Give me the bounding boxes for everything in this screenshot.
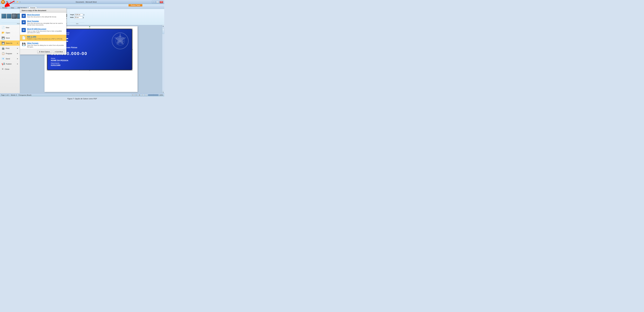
sidebar-item-prepare[interactable]: 📋 Prepare <box>0 51 20 56</box>
pic-style-1[interactable] <box>1 14 6 18</box>
new-doc-icon: 📄 <box>2 26 5 29</box>
svg-point-5 <box>120 36 120 37</box>
width-spinners: ▲ ▼ <box>83 16 84 18</box>
menu-item-pdf-xps[interactable]: 📄 PDF or XPS Publish a copy of the docum… <box>20 35 66 41</box>
print-icon: 🖨️ <box>2 47 5 50</box>
title-bar: W 💾 ↩ ↪ 📂 ▾ Document1 - Microsoft Word ─… <box>0 0 164 4</box>
sidebar-item-open[interactable]: 📂 Open <box>0 30 20 35</box>
svg-point-6 <box>122 38 123 38</box>
word-template-title: Word Template <box>27 20 64 22</box>
status-right: ⊡ ⊟ ⊞ ≡ ◻ 100% <box>132 94 163 96</box>
vertical-scrollbar: ▲ ▼ <box>162 25 164 93</box>
width-input[interactable] <box>74 16 82 19</box>
height-row: Height: ▲ ▼ <box>70 13 84 16</box>
height-spinners: ▲ ▼ <box>83 14 84 16</box>
sidebar-item-save[interactable]: 💾 Save <box>0 35 20 40</box>
word-97-icon: W <box>22 28 26 32</box>
menu-item-word-97[interactable]: W Word 97-2003 Document Save a copy of t… <box>20 27 66 35</box>
other-formats-icon: 💾 <box>22 42 26 46</box>
dropdown-header: Save a copy of the document <box>20 8 66 13</box>
sidebar-item-print[interactable]: 🖨️ Print <box>0 46 20 51</box>
web-layout-btn[interactable]: ⊞ <box>138 94 141 96</box>
word-doc-title: Word Document <box>27 14 64 16</box>
exit-word-btn[interactable]: ✕ Exit Word <box>53 50 64 53</box>
window-title: Document1 - Microsoft Word <box>20 1 152 3</box>
sidebar: 📄 New 📂 Open 💾 Save 💾 Save As 🖨️ Print 📋 <box>0 25 20 93</box>
cpf-nascimento-label: Nascimento <box>51 62 128 64</box>
sidebar-item-save-as[interactable]: 💾 Save As <box>0 40 20 46</box>
cpf-nome-label: Nome <box>51 57 128 59</box>
word-template-desc: Save the document as a template that can… <box>27 22 64 26</box>
minimize-btn[interactable]: ─ <box>152 1 156 3</box>
ribbon-group-size: Height: ▲ ▼ Width: ▲ ▼ <box>69 9 85 25</box>
pdf-desc: Publish a copy of the document as a PDF … <box>27 38 64 40</box>
dropdown-menu: Save a copy of the document W Word Docum… <box>20 8 66 54</box>
pic-style-2[interactable] <box>6 14 12 18</box>
pdf-title: PDF or XPS <box>27 36 64 38</box>
sidebar-item-send[interactable]: 📧 Send <box>0 56 20 61</box>
menu-item-word-doc[interactable]: W Word Document Save the document in the… <box>20 13 66 19</box>
sidebar-item-publish[interactable]: 📢 Publish <box>0 61 20 66</box>
cpf-seal-svg <box>111 32 129 50</box>
ribbon-upper: Picture Tools <box>0 4 164 6</box>
word-options-btn[interactable]: ⚙ Word Options <box>37 50 52 53</box>
title-bar-left: W 💾 ↩ ↪ 📂 ▾ <box>1 0 20 4</box>
save-quick-btn[interactable]: 💾 <box>6 1 8 3</box>
open-btn[interactable]: 📂 <box>16 1 19 3</box>
svg-point-10 <box>116 42 117 43</box>
scroll-thumb[interactable] <box>162 28 164 34</box>
office-button[interactable]: W <box>1 0 5 4</box>
word-template-icon: W <box>22 20 26 24</box>
width-label: Width: <box>70 17 74 18</box>
zoom-slider[interactable] <box>148 94 159 96</box>
send-icon: 📧 <box>2 57 5 60</box>
height-input[interactable] <box>75 13 83 16</box>
tab-review[interactable]: Review <box>0 6 9 9</box>
sidebar-item-close[interactable]: ✕ Close <box>0 66 20 72</box>
print-view-btn[interactable]: ⊡ <box>132 94 134 96</box>
word-doc-icon: W <box>22 14 26 18</box>
undo-btn[interactable]: ↩ <box>9 1 12 3</box>
picture-tools-label: Picture Tools <box>128 4 142 6</box>
page-indicator: Page: 1 of 1 <box>1 94 9 96</box>
height-label: Height: <box>70 14 74 15</box>
cpf-nome: NOME DA PESSOA <box>51 59 128 61</box>
ribbon-upper-left <box>0 4 128 6</box>
exit-icon: ✕ <box>54 51 56 52</box>
svg-point-9 <box>118 44 119 45</box>
rotate-handle[interactable] <box>89 26 90 27</box>
menu-item-word-template[interactable]: W Word Template Save the document as a t… <box>20 19 66 27</box>
word-97-desc: Save a copy of the document that is full… <box>27 30 64 33</box>
svg-point-11 <box>116 39 117 39</box>
sidebar-item-new[interactable]: 📄 New <box>0 25 20 30</box>
scroll-track <box>162 27 164 91</box>
redo-btn[interactable]: ↪ <box>12 1 16 3</box>
menu-item-other-formats[interactable]: 💾 Other Formats Open the Save As dialog … <box>20 41 66 49</box>
dropdown-bottom: ⚙ Word Options ✕ Exit Word <box>20 49 66 54</box>
scroll-down-btn[interactable]: ▼ <box>162 91 164 93</box>
prepare-icon: 📋 <box>2 52 5 55</box>
save-icon: 💾 <box>2 36 5 39</box>
full-reading-btn[interactable]: ⊟ <box>135 94 138 96</box>
restore-btn[interactable]: ⬜ <box>156 1 159 3</box>
tab-view[interactable]: View <box>9 6 16 9</box>
word-options-icon: ⚙ <box>39 51 40 52</box>
size-inputs: Height: ▲ ▼ Width: ▲ ▼ <box>70 13 84 19</box>
outline-btn[interactable]: ≡ <box>141 94 144 96</box>
window-controls: ─ ⬜ ✕ <box>152 1 163 3</box>
svg-point-7 <box>123 41 124 41</box>
word-doc-desc: Save the document in the default file fo… <box>27 16 64 18</box>
main-area: 📄 New 📂 Open 💾 Save 💾 Save As 🖨️ Print 📋 <box>0 25 164 93</box>
other-formats-desc: Open the Save As dialog box to select fr… <box>27 44 64 48</box>
figure-caption: Figura 7: Opção de Salvar como PDF <box>0 97 164 101</box>
language-indicator: Portuguese (Brazil) <box>18 94 31 96</box>
words-indicator: Words: 0 <box>11 94 17 96</box>
word-97-title: Word 97-2003 Document <box>27 28 64 30</box>
scroll-up-btn[interactable]: ▲ <box>162 25 164 27</box>
close-btn[interactable]: ✕ <box>160 1 163 3</box>
pic-style-3[interactable] <box>12 14 17 18</box>
size-items: Height: ▲ ▼ Width: ▲ ▼ <box>70 9 84 22</box>
close-doc-icon: ✕ <box>2 67 4 71</box>
zoom-level: 100% <box>159 94 163 96</box>
draft-btn[interactable]: ◻ <box>144 94 147 96</box>
